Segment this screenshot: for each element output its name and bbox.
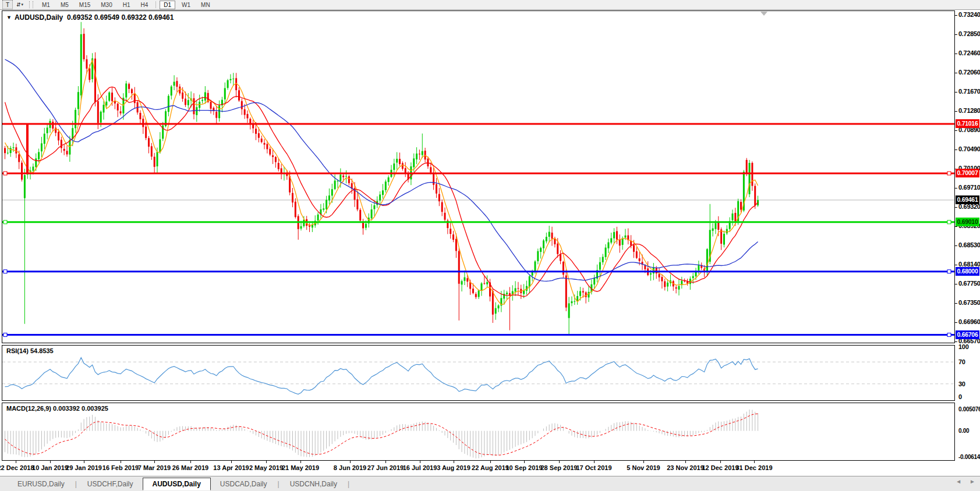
date-label: 3 Aug 2019 <box>437 464 470 471</box>
date-tick <box>524 461 525 463</box>
date-label: 16 Jul 2019 <box>403 464 437 471</box>
candles <box>4 22 759 335</box>
date-label: 22 Aug 2019 <box>472 464 509 471</box>
date-label: 2 May 2019 <box>249 464 283 471</box>
hline-handle[interactable] <box>3 333 7 337</box>
price-tick <box>955 226 957 227</box>
scroll-right-icon[interactable]: ► <box>970 478 975 485</box>
timeframe-button-m1[interactable]: M1 <box>38 1 54 9</box>
date-label: 21 May 2019 <box>282 464 319 471</box>
macd-signal-value: 0.003925 <box>82 405 108 412</box>
date-tick <box>50 461 51 463</box>
timeframe-button-h4[interactable]: H4 <box>137 1 153 9</box>
price-tick <box>955 150 957 150</box>
price-axis-label: 0.71670 <box>958 88 980 95</box>
price-tick <box>955 188 957 188</box>
timeframe-button-h1[interactable]: H1 <box>119 1 135 9</box>
price-tick <box>955 265 957 265</box>
macd-signal-line <box>5 414 758 455</box>
date-tick <box>190 461 191 463</box>
timeframe-button-m5[interactable]: M5 <box>56 1 73 9</box>
tab-audusd[interactable]: AUDUSD,Daily <box>143 478 211 490</box>
timeframe-button-w1[interactable]: W1 <box>178 1 194 9</box>
rsi-axis-label: 100 <box>958 343 968 350</box>
timeframe-button-d1[interactable]: D1 <box>160 1 175 9</box>
hline-handle[interactable] <box>3 220 7 224</box>
date-label: 8 Jun 2019 <box>334 464 366 471</box>
date-tick <box>594 461 595 463</box>
date-label: 31 Dec 2019 <box>736 464 773 471</box>
chart-shift-marker[interactable] <box>760 12 767 16</box>
macd-main-value: 0.003392 <box>53 405 80 412</box>
date-label: 26 Mar 2019 <box>172 464 208 471</box>
tab-separator: | <box>277 480 281 488</box>
hline-handle[interactable] <box>947 220 951 224</box>
date-label: 17 Oct 2019 <box>576 464 611 471</box>
price-badge: 0.68000 <box>956 267 979 276</box>
price-badge: 0.70007 <box>956 169 979 177</box>
date-axis[interactable]: 22 Dec 201810 Jan 201929 Jan 201916 Feb … <box>2 461 955 476</box>
macd-axis-label: 0.005076 <box>958 406 980 412</box>
hline-handle[interactable] <box>3 270 7 273</box>
date-tick <box>385 461 386 463</box>
ohlc-values: 0.69352 0.69549 0.69322 0.69461 <box>67 13 174 22</box>
rsi-chart[interactable] <box>2 346 954 400</box>
date-tick <box>154 461 155 463</box>
timeframe-button-m30[interactable]: M30 <box>97 1 116 9</box>
tab-usdchf[interactable]: USDCHF,Daily <box>78 478 143 490</box>
date-tick <box>266 461 267 463</box>
tab-scroll-arrows: ◄ ► <box>956 478 975 485</box>
symbol-title: AUDUSD,Daily <box>15 13 63 22</box>
date-tick <box>490 461 491 463</box>
macd-chart[interactable] <box>2 403 954 460</box>
price-tick <box>955 92 957 92</box>
timeframe-toolbar: M1M5M15M30H1H4D1W1MN <box>37 1 215 9</box>
tab-eurusd[interactable]: EURUSD,Daily <box>8 478 74 490</box>
date-label: 5 Nov 2019 <box>627 464 660 471</box>
date-tick <box>685 461 686 463</box>
price-tick <box>955 111 957 112</box>
timeframe-button-mn[interactable]: MN <box>197 1 214 9</box>
timeframe-group-separator <box>155 1 156 8</box>
macd-label: MACD(12,26,9) 0.003392 0.003925 <box>6 405 108 412</box>
price-tick <box>955 341 957 342</box>
date-label: 10 Sep 2019 <box>506 464 543 471</box>
hline-handle[interactable] <box>947 270 951 273</box>
chevron-down-icon: ▾ <box>22 2 24 7</box>
price-axis-label: 0.72060 <box>958 69 980 76</box>
date-label: 22 Dec 2018 <box>0 464 34 471</box>
hline-handle[interactable] <box>947 172 951 175</box>
rsi-panel: RSI(14) 54.8535 <box>2 345 955 401</box>
price-badge: 0.69461 <box>956 195 979 204</box>
candlestick-chart[interactable] <box>2 11 954 343</box>
hline-handle[interactable] <box>3 172 7 175</box>
tab-separator: | <box>74 480 78 488</box>
date-tick <box>300 461 301 463</box>
text-tool-button[interactable]: T <box>2 0 13 9</box>
date-label: 23 Nov 2019 <box>667 464 704 471</box>
price-tick <box>955 207 957 208</box>
tab-usdcad[interactable]: USDCAD,Daily <box>211 478 277 490</box>
date-tick <box>720 461 721 463</box>
scroll-left-icon[interactable]: ◄ <box>956 478 961 485</box>
price-axis[interactable]: 0.732400.728500.724600.720600.716700.712… <box>955 10 980 476</box>
mt4-window: T ⇵▾ M1M5M15M30H1H4D1W1MN ▼AUDUSD,Daily … <box>0 0 980 491</box>
toolbar-grip[interactable] <box>29 1 33 8</box>
price-axis-label: 0.67350 <box>958 299 980 306</box>
rsi-axis-label: 30 <box>958 380 965 387</box>
tab-usdcnh[interactable]: USDCNH,Daily <box>281 478 346 490</box>
cursor-arrows-icon[interactable]: ⇵▾ <box>15 1 24 9</box>
collapse-triangle-icon[interactable]: ▼ <box>6 15 12 20</box>
price-axis-label: 0.72460 <box>958 49 980 56</box>
price-tick <box>955 73 957 73</box>
date-tick <box>84 461 84 463</box>
date-tick <box>350 461 351 463</box>
tab-separator: | <box>346 480 351 488</box>
timeframe-button-m15[interactable]: M15 <box>75 1 94 9</box>
price-axis-label: 0.71280 <box>958 107 980 114</box>
price-axis-label: 0.68530 <box>958 241 980 248</box>
chart-tab-bar: EURUSD,Daily|USDCHF,DailyAUDUSD,DailyUSD… <box>0 476 980 491</box>
hline-handle[interactable] <box>947 333 951 337</box>
date-label: 29 Jan 2019 <box>66 464 102 471</box>
price-tick <box>955 130 957 131</box>
